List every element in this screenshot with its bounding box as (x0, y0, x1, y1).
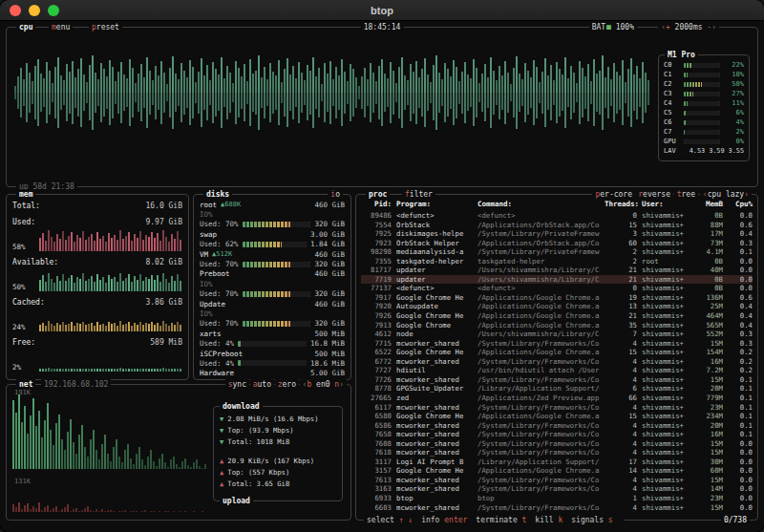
zero-toggle[interactable]: zero (275, 379, 299, 390)
refresh-increase-button[interactable]: + (666, 23, 670, 32)
process-table: 89486<defunct><defunct>0shivammis+0B0.07… (361, 211, 753, 516)
process-row[interactable]: 3117Logi AI Prompt B/Library/Application… (361, 458, 753, 467)
download-graph (12, 391, 209, 469)
process-row[interactable]: 7727hdiutil/usr/bin/hdiutil attach /User… (361, 366, 753, 375)
cpu-core-row: C411% (659, 98, 749, 108)
process-row[interactable]: 6933btopbtop1shivammis+23M0.0 (361, 494, 753, 503)
process-row[interactable]: 6586mcworker_shared/System/Library/Frame… (361, 421, 753, 431)
header-user[interactable]: User: (642, 200, 690, 208)
memory-stat: Free:589 MiB2% (12, 337, 182, 372)
signals-action[interactable]: signals s (571, 516, 612, 524)
memory-stat: Used:9.97 GiB58% (12, 217, 182, 251)
window-controls (0, 5, 59, 16)
io-mode-toggle[interactable]: io (328, 189, 343, 200)
process-row[interactable]: 4612node/Users/shivammishra/Library/Cach… (361, 330, 753, 339)
cpu-core-row: C56% (659, 108, 749, 117)
titlebar[interactable]: btop (0, 0, 764, 21)
memory-stats: Total: 16.0 GiB Used:9.97 GiB58%Availabl… (7, 195, 188, 372)
process-row[interactable]: 7608mcworker_shared/System/Library/Frame… (361, 439, 753, 449)
network-box: net 192.168.68.102 sync auto zero ‹b en0… (6, 384, 351, 521)
memory-box: mem Total: 16.0 GiB Used:9.97 GiB58%Avai… (6, 194, 189, 380)
tree-toggle[interactable]: tree (674, 189, 698, 200)
process-row[interactable]: 6117mcworker_shared/System/Library/Frame… (361, 402, 753, 412)
process-row[interactable]: 7726mcworker_shared/System/Library/Frame… (361, 375, 753, 385)
auto-toggle[interactable]: auto (250, 379, 274, 390)
process-row[interactable]: 7920Autoupdate/Applications/Google Chrom… (361, 302, 753, 311)
download-scale-label: 191K (14, 389, 31, 396)
net-stat-line: ▲20.9 KiB/s (167 Kbps) (220, 455, 336, 466)
refresh-rate-value: 2000ms (675, 23, 703, 32)
disk-name-row: Preboot460 GiB (200, 269, 345, 279)
cpu-usage-graph-lower (14, 93, 650, 148)
menu-button[interactable]: menu (49, 22, 73, 32)
memory-history-graph (39, 309, 182, 331)
cpu-core-row: C022% (659, 60, 749, 70)
header-command[interactable]: Command: (478, 200, 600, 208)
close-button[interactable] (10, 5, 21, 16)
preset-button[interactable]: preset (89, 22, 122, 32)
header-pid[interactable]: Pid: (361, 200, 392, 208)
sync-toggle[interactable]: sync (225, 379, 249, 390)
process-row[interactable]: 7355taskgated-helpertaskgated-helper2roo… (361, 257, 753, 266)
iface-prev-key[interactable]: b (307, 380, 311, 389)
process-row[interactable]: 7554OrbStack/Applications/OrbStack.app/C… (361, 221, 753, 230)
kill-action[interactable]: kill k (535, 516, 562, 524)
process-row[interactable]: 6522Google Chrome He/Applications/Google… (361, 348, 753, 357)
net-stat-line: ▲Top: (557 Kbps) (220, 466, 336, 478)
disk-name-row: Hardware5.00 GiB (200, 369, 345, 378)
process-row[interactable]: 7923OrbStack Helper/Applications/OrbStac… (361, 239, 753, 248)
process-row[interactable]: 8778GPGSuite_Updater/Library/Application… (361, 384, 753, 394)
header-cpu[interactable]: Cpu% (728, 200, 753, 208)
upload-scale-label: 131K (14, 478, 31, 485)
process-row[interactable]: 98298mediaanalysisd-a/System/Library/Pri… (361, 247, 753, 257)
header-mem[interactable]: MemB (694, 200, 723, 208)
terminate-action[interactable]: terminate t (476, 516, 526, 524)
process-row[interactable]: 7913Google Chrome/Applications/Google Ch… (361, 321, 753, 330)
cpu-core-row: C250% (659, 79, 749, 89)
interface-selector[interactable]: ‹b en0 n› (300, 379, 347, 390)
sort-next-arrow[interactable]: › (744, 190, 749, 199)
mem-total-label: Total: (12, 202, 40, 210)
minimize-button[interactable] (29, 5, 40, 16)
cpu-box-title: cpu (16, 22, 35, 32)
process-row[interactable]: 3163mcworker_shared/System/Library/Frame… (361, 484, 753, 494)
process-row[interactable]: 7719updater/Users/shivammishra/Library/C… (361, 275, 753, 285)
process-row[interactable]: 81717updater/Users/shivammishra/Library/… (361, 266, 753, 275)
header-threads[interactable]: Threads: (605, 200, 637, 208)
refresh-rate-control[interactable]: ‹+ 2000ms -› (658, 22, 719, 32)
cpu-cores-panel: M1 Pro C022%C110%C250%C327%C411%C56%C64%… (658, 54, 750, 161)
process-row[interactable]: 7715mcworker_shared/System/Library/Frame… (361, 339, 753, 349)
process-row[interactable]: 27665zed/Applications/Zed Preview.app/Co… (361, 394, 753, 403)
process-table-header[interactable]: Pid: Program: Command: Threads: User: Me… (361, 199, 753, 209)
info-action[interactable]: info enter (421, 516, 467, 524)
cpu-usage-graph-upper (14, 37, 650, 93)
fullscreen-button[interactable] (48, 5, 59, 16)
process-row[interactable]: 7658mcworker_shared/System/Library/Frame… (361, 430, 753, 439)
disk-used-row: Used: 62%1.84 GiB (200, 240, 345, 249)
filter-button[interactable]: filter (402, 189, 435, 200)
header-program[interactable]: Program: (396, 200, 473, 208)
process-row[interactable]: 6772mcworker_shared/System/Library/Frame… (361, 357, 753, 367)
sort-selector[interactable]: ‹cpu lazy› (700, 189, 752, 200)
mem-total-row: Total: 16.0 GiB (12, 201, 182, 211)
upload-title: upload (220, 496, 253, 506)
process-row[interactable]: 7613mcworker_shared/System/Library/Frame… (361, 476, 753, 485)
download-title: download (220, 401, 263, 412)
process-row[interactable]: 77137<defunct><defunct>0shivammis+0B0.0 (361, 284, 753, 293)
process-row[interactable]: 7926Google Chrome He/Applications/Google… (361, 311, 753, 321)
select-action[interactable]: select ↑ ↓ (367, 516, 413, 524)
process-row[interactable]: 7917Google Chrome He/Applications/Google… (361, 293, 753, 303)
process-row[interactable]: 6603mcworker_shared/System/Library/Frame… (361, 503, 753, 513)
process-row[interactable]: 7925diskimages-helpe/System/Library/Priv… (361, 229, 753, 239)
process-row[interactable]: 89486<defunct><defunct>0shivammis+0B0.0 (361, 211, 753, 221)
sort-value: cpu lazy (708, 190, 745, 199)
disk-used-row: Used: 70%320 GiB (200, 259, 345, 268)
per-core-toggle[interactable]: per-core (592, 189, 635, 200)
reverse-toggle[interactable]: reverse (635, 189, 673, 200)
ip-address: 192.168.68.102 (41, 379, 111, 390)
net-stats-panel: download upload ▼2.08 MiB/s (16.6 Mbps)▼… (213, 406, 343, 501)
process-row[interactable]: 6580Google Chrome He/Applications/Google… (361, 412, 753, 421)
cpu-core-row: C327% (659, 89, 749, 98)
process-row[interactable]: 7618mcworker_shared/System/Library/Frame… (361, 448, 753, 458)
process-row[interactable]: 3157Google Chrome He/Applications/Google… (361, 466, 753, 476)
